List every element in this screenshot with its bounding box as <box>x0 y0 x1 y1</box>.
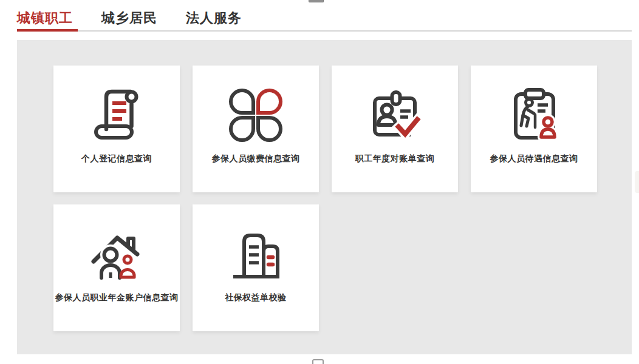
buildings-icon <box>225 224 286 285</box>
service-card-label: 参保人员待遇信息查询 <box>490 153 578 164</box>
service-card-payment-info-query[interactable]: 参保人员缴费信息查询 <box>193 66 319 192</box>
service-card-label: 参保人员缴费信息查询 <box>212 153 300 164</box>
services-grid: 个人登记信息查询 参保人员缴费信息查询 <box>17 40 632 331</box>
service-card-annual-statement-query[interactable]: 职工年度对账单查询 <box>332 66 458 192</box>
service-card-label: 职工年度对账单查询 <box>355 153 435 164</box>
services-panel: 个人登记信息查询 参保人员缴费信息查询 <box>17 40 632 354</box>
tab-legal-person-services[interactable]: 法人服务 <box>186 11 242 32</box>
right-edge-handle[interactable] <box>635 171 639 193</box>
service-card-annuity-account-query[interactable]: 参保人员职业年金账户信息查询 <box>53 204 180 331</box>
tab-list: 城镇职工 城乡居民 法人服务 <box>17 11 632 32</box>
scroll-document-icon <box>86 85 147 146</box>
service-card-benefit-info-query[interactable]: 参保人员待遇信息查询 <box>471 66 597 192</box>
petal-clover-icon <box>225 85 286 146</box>
service-card-label: 社保权益单校验 <box>225 292 287 303</box>
clipboard-elder-icon <box>504 85 564 146</box>
service-card-rights-statement-verify[interactable]: 社保权益单校验 <box>193 204 319 331</box>
house-members-icon <box>86 224 147 285</box>
tab-urban-rural-residents[interactable]: 城乡居民 <box>101 11 157 32</box>
bottom-edge-widget[interactable] <box>312 359 324 364</box>
tab-bar: 城镇职工 城乡居民 法人服务 <box>17 11 632 32</box>
service-card-personal-registration-query[interactable]: 个人登记信息查询 <box>53 66 180 192</box>
service-card-label: 个人登记信息查询 <box>81 153 152 164</box>
tab-urban-employees[interactable]: 城镇职工 <box>17 11 73 32</box>
service-card-label: 参保人员职业年金账户信息查询 <box>55 292 179 303</box>
top-edge-widget[interactable] <box>309 0 324 2</box>
id-badge-check-icon <box>364 85 425 146</box>
